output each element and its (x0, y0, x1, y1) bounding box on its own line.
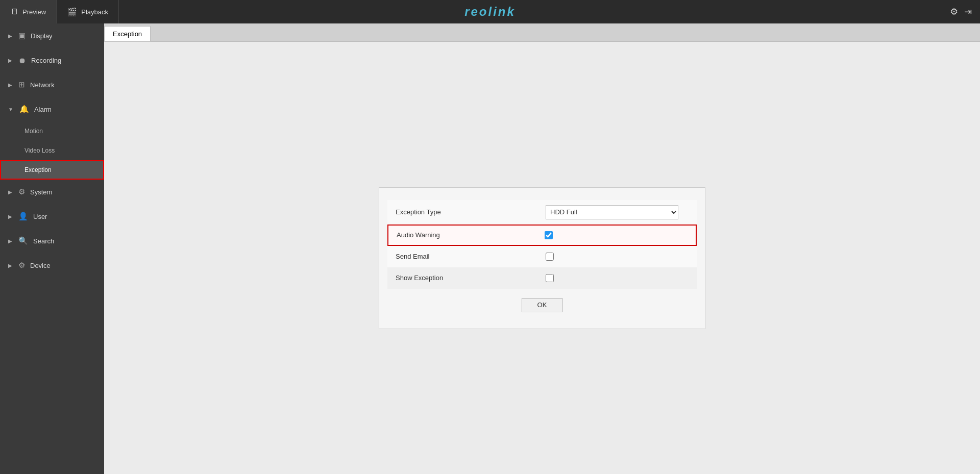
settings-icon[interactable]: ⚙ (950, 6, 958, 17)
expand-icon-recording: ▶ (8, 58, 12, 63)
expand-icon-network: ▶ (8, 82, 12, 88)
logo-text: reolink (464, 5, 516, 18)
sidebar-label-alarm: Alarm (34, 106, 52, 113)
display-icon: ▣ (18, 31, 26, 40)
main-layout: ▶ ▣ Display ▶ ⏺ Recording ▶ ⊞ Network ▼ … (0, 23, 980, 474)
exception-type-label: Exception Type (396, 208, 546, 216)
sidebar-label-recording: Recording (31, 57, 61, 64)
playback-nav-item[interactable]: 🎬 Playback (57, 0, 119, 23)
sidebar-item-system[interactable]: ▶ ⚙ System (0, 180, 104, 204)
send-email-label: Send Email (396, 253, 546, 260)
device-icon: ⚙ (18, 261, 25, 270)
sidebar-label-network: Network (30, 81, 55, 89)
audio-warning-label: Audio Warning (397, 231, 545, 239)
sidebar-item-display[interactable]: ▶ ▣ Display (0, 23, 104, 48)
preview-icon: 🖥 (10, 7, 18, 16)
network-icon: ⊞ (18, 80, 25, 89)
recording-icon: ⏺ (18, 56, 26, 65)
expand-icon-device: ▶ (8, 263, 12, 268)
audio-warning-checkbox[interactable] (545, 231, 553, 239)
header-actions: ⚙ ⇥ (950, 6, 972, 17)
tab-exception-label: Exception (113, 30, 142, 38)
content-area: Exception Exception Type HDD Full HDD Er… (104, 23, 980, 474)
system-icon: ⚙ (18, 187, 25, 196)
preview-label: Preview (22, 8, 46, 16)
sidebar-item-recording[interactable]: ▶ ⏺ Recording (0, 48, 104, 72)
expand-icon-system: ▶ (8, 189, 12, 195)
audio-warning-row: Audio Warning (387, 224, 697, 246)
sidebar-subitem-motion[interactable]: Motion (0, 121, 104, 141)
video-loss-label: Video Loss (24, 147, 55, 154)
ok-button[interactable]: OK (522, 298, 562, 312)
sidebar-label-user: User (33, 213, 47, 220)
search-icon: 🔍 (18, 236, 28, 245)
send-email-row: Send Email (387, 246, 697, 267)
sidebar-item-alarm[interactable]: ▼ 🔔 Alarm (0, 97, 104, 121)
expand-icon-alarm: ▼ (8, 107, 13, 112)
preview-nav-item[interactable]: 🖥 Preview (0, 0, 57, 23)
sidebar: ▶ ▣ Display ▶ ⏺ Recording ▶ ⊞ Network ▼ … (0, 23, 104, 474)
logout-icon[interactable]: ⇥ (964, 6, 972, 17)
send-email-control (546, 253, 689, 261)
sidebar-label-system: System (30, 188, 52, 196)
form-panel: Exception Type HDD Full HDD Error Networ… (379, 187, 705, 329)
sidebar-label-display: Display (31, 32, 53, 40)
sidebar-label-search: Search (33, 237, 54, 245)
form-footer: OK (387, 294, 697, 316)
show-exception-checkbox[interactable] (546, 274, 554, 282)
exception-type-control: HDD Full HDD Error Network Disconnected (546, 205, 689, 219)
header: 🖥 Preview 🎬 Playback reolink ⚙ ⇥ (0, 0, 980, 23)
sidebar-subitem-video-loss[interactable]: Video Loss (0, 141, 104, 160)
send-email-checkbox[interactable] (546, 253, 554, 261)
alarm-icon: 🔔 (19, 105, 29, 114)
sidebar-subitem-exception[interactable]: Exception (0, 160, 104, 180)
audio-warning-control (545, 231, 688, 239)
playback-label: Playback (81, 8, 108, 16)
expand-icon-user: ▶ (8, 214, 12, 219)
tab-bar: Exception (104, 23, 980, 42)
expand-icon-display: ▶ (8, 33, 12, 39)
exception-type-row: Exception Type HDD Full HDD Error Networ… (387, 200, 697, 224)
sidebar-item-device[interactable]: ▶ ⚙ Device (0, 253, 104, 278)
show-exception-label: Show Exception (396, 274, 546, 282)
sidebar-item-search[interactable]: ▶ 🔍 Search (0, 229, 104, 253)
exception-type-select[interactable]: HDD Full HDD Error Network Disconnected (546, 205, 678, 219)
sidebar-item-network[interactable]: ▶ ⊞ Network (0, 72, 104, 97)
sidebar-label-device: Device (30, 262, 51, 269)
sidebar-item-user[interactable]: ▶ 👤 User (0, 204, 104, 229)
tab-exception[interactable]: Exception (104, 26, 151, 41)
user-icon: 👤 (18, 212, 28, 221)
motion-label: Motion (24, 128, 43, 135)
exception-label: Exception (24, 166, 52, 173)
logo: reolink (464, 5, 516, 19)
show-exception-row: Show Exception (387, 267, 697, 289)
playback-icon: 🎬 (67, 7, 77, 17)
content-body: Exception Type HDD Full HDD Error Networ… (104, 42, 980, 474)
header-nav: 🖥 Preview 🎬 Playback (0, 0, 119, 23)
expand-icon-search: ▶ (8, 238, 12, 244)
show-exception-control (546, 274, 689, 282)
